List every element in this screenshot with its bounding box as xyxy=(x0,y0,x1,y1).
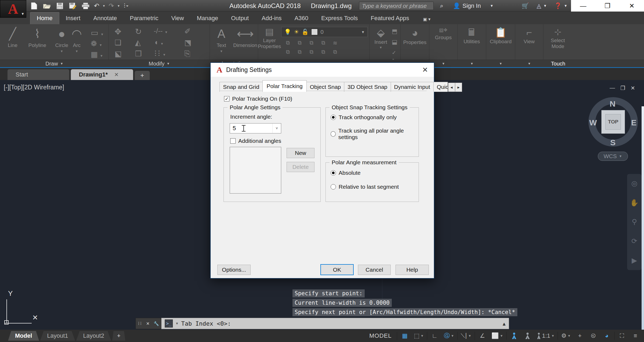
tab-parametric[interactable]: Parametric xyxy=(123,12,165,24)
viewport-restore-icon[interactable]: ❐ xyxy=(620,85,625,91)
undo-dropdown[interactable]: ▾ xyxy=(103,4,105,8)
tab-annotate[interactable]: Annotate xyxy=(87,12,123,24)
layer-copy-objects-icon[interactable]: ⧉ xyxy=(295,49,305,57)
arc-dropdown-icon[interactable]: ▼ xyxy=(75,49,78,53)
help-button[interactable]: Help xyxy=(396,265,429,275)
model-space-toggle[interactable]: MODEL xyxy=(365,332,395,339)
a360-button[interactable]: ◬ ▼ xyxy=(537,0,547,12)
workspace-switching-gear[interactable]: ⚙▼ xyxy=(559,331,572,341)
polar-tracking-toggle[interactable]: Ⓖ▼ xyxy=(442,331,456,341)
viewport-controls-label[interactable]: [-][Top][2D Wireframe] xyxy=(4,84,64,91)
offset-icon[interactable]: ⎘ xyxy=(184,49,190,58)
application-menu-button[interactable]: A ▼ xyxy=(0,0,26,18)
additional-angles-row[interactable]: Additional angles xyxy=(230,138,281,144)
layer-match-icon[interactable]: ⧉ xyxy=(295,40,305,48)
customization-menu[interactable]: ≡ xyxy=(630,331,641,341)
layer-properties-button[interactable]: ▤ Layer Properties xyxy=(259,26,280,49)
track-all-angles-row[interactable]: Track using all polar angle settings xyxy=(331,128,419,140)
ok-button[interactable]: OK xyxy=(320,264,354,275)
layer-isolate-icon[interactable]: ⧉ xyxy=(283,40,293,48)
file-tab-start[interactable]: Start xyxy=(8,69,69,80)
command-close-icon[interactable]: ✕ xyxy=(146,321,149,326)
track-orthogonally-radio[interactable] xyxy=(331,115,336,120)
ortho-mode-toggle[interactable]: ∟ xyxy=(429,331,441,341)
layer-thaw-icon[interactable]: ⧉ xyxy=(306,49,317,57)
tab-quick-properties[interactable]: Quic xyxy=(433,82,448,92)
viewcube-east[interactable]: E xyxy=(631,118,636,127)
create-block-icon[interactable]: ⬒ xyxy=(392,28,397,35)
fillet-icon[interactable]: ◖ ▼ xyxy=(154,38,164,47)
layer-lock-icon[interactable]: 🔓 xyxy=(302,29,309,35)
redo-button[interactable]: ↷ xyxy=(109,2,114,10)
view-button[interactable]: ⌐ View xyxy=(517,27,541,45)
layer-on-bulb-icon[interactable]: 💡 xyxy=(284,29,291,35)
insert-button[interactable]: ⬙ Insert ▼ xyxy=(371,27,391,49)
circle-dropdown-icon[interactable]: ▼ xyxy=(60,49,63,53)
tab-snap-and-grid[interactable]: Snap and Grid xyxy=(219,82,263,92)
layout-tab-model[interactable]: Model xyxy=(8,331,39,341)
array-icon[interactable]: ᎒᎒ ▼ xyxy=(154,49,166,58)
snap-mode-toggle[interactable]: ⬚▼ xyxy=(412,331,425,341)
utilities-button[interactable]: 🖩 Utilities xyxy=(460,27,484,45)
absolute-row[interactable]: Absolute xyxy=(331,170,361,176)
absolute-radio[interactable] xyxy=(331,170,336,176)
rotate-icon[interactable]: ↻ xyxy=(135,27,142,36)
increment-angle-combobox[interactable]: 5 ˅ xyxy=(230,123,281,133)
drag-grip-icon[interactable]: ᎒᎒ xyxy=(138,321,142,326)
object-snap-toggle[interactable]: ⬜▼ xyxy=(490,331,505,341)
line-button[interactable]: ╱ Line xyxy=(3,26,23,48)
close-button[interactable]: ✕ xyxy=(624,2,640,10)
dialog-close-button[interactable]: ✕ xyxy=(422,66,428,74)
command-expand-icon[interactable]: ▲ xyxy=(503,321,506,326)
redo-dropdown[interactable]: ▾ xyxy=(118,4,120,8)
properties-button[interactable]: ◕ Properties xyxy=(403,27,427,45)
text-dropdown-icon[interactable]: ▼ xyxy=(220,49,223,53)
polyline-button[interactable]: ⌇ Polyline xyxy=(25,26,50,48)
viewport-close-icon[interactable]: ✕ xyxy=(631,85,635,91)
tab-express-tools[interactable]: Express Tools xyxy=(315,12,364,24)
undo-button[interactable]: ↶ xyxy=(94,2,99,10)
layer-unlock-icon[interactable]: ⧉ xyxy=(318,40,328,48)
layer-make-current-icon[interactable]: ≋ xyxy=(330,40,340,48)
layout-tab-layout1[interactable]: Layout1 xyxy=(40,331,75,341)
layer-unisolate-icon[interactable]: ⧉ xyxy=(283,49,293,57)
help-button[interactable]: ❓ ▼ xyxy=(554,0,567,12)
viewcube-west[interactable]: W xyxy=(589,118,597,127)
draw-panel-label[interactable]: Draw▼ xyxy=(0,60,109,67)
close-tab-icon[interactable]: ✕ xyxy=(114,71,119,78)
minimize-button[interactable]: — xyxy=(575,2,591,10)
trim-icon[interactable]: -/-- ▼ xyxy=(154,27,168,35)
move-icon[interactable]: ✥ xyxy=(115,27,121,36)
hatch-tool-icon[interactable]: ❁ ▼ xyxy=(91,39,102,48)
groups-button[interactable]: ⧈⌖ Groups xyxy=(431,26,455,41)
isolate-objects-toggle[interactable]: ⧀ xyxy=(587,331,599,341)
command-bar-grip[interactable]: ᎒᎒ ✕ 🔧 xyxy=(136,318,161,329)
tab-insert[interactable]: Insert xyxy=(59,12,87,24)
copy-icon[interactable]: ❏ xyxy=(115,38,121,47)
tab-home[interactable]: Home xyxy=(30,12,59,24)
combobox-dropdown-icon[interactable]: ˅ xyxy=(272,123,281,133)
customize-qat-dropdown[interactable]: ᎒▾ xyxy=(123,3,129,9)
save-as-button[interactable] xyxy=(68,1,77,10)
view-panel-expander[interactable]: ▼ xyxy=(515,60,543,67)
signin-control[interactable]: 👤 Sign In ▼ xyxy=(453,0,493,12)
search-button[interactable]: ⌕ xyxy=(440,0,443,12)
layer-color-swatch[interactable] xyxy=(311,29,318,35)
tab-a360[interactable]: A360 xyxy=(288,12,315,24)
customize-wrench-icon[interactable]: 🔧 xyxy=(154,321,159,326)
object-snap-tracking-toggle[interactable]: ∠ xyxy=(477,331,488,341)
options-button[interactable]: Options... xyxy=(217,265,251,275)
relative-row[interactable]: Relative to last segment xyxy=(331,184,399,190)
help-search-input[interactable]: Type a keyword or phrase xyxy=(359,2,434,10)
text-button[interactable]: A Text ▼ xyxy=(212,26,231,53)
zoom-extents-icon[interactable]: ⚲ xyxy=(632,218,637,226)
explode-icon[interactable]: ⬔ xyxy=(184,38,191,47)
track-all-angles-radio[interactable] xyxy=(331,131,336,137)
viewcube-south[interactable]: S xyxy=(610,138,616,147)
define-attributes-icon[interactable]: ⬓ xyxy=(392,39,397,46)
tab-view[interactable]: View xyxy=(165,12,190,24)
tab-3d-object-snap[interactable]: 3D Object Snap xyxy=(344,82,391,92)
clipboard-button[interactable]: 📋 Clipboard xyxy=(488,27,513,45)
polar-tracking-on-row[interactable]: ✓ Polar Tracking On (F10) xyxy=(224,96,292,102)
dialog-title-bar[interactable]: A Drafting Settings ✕ xyxy=(211,63,434,77)
